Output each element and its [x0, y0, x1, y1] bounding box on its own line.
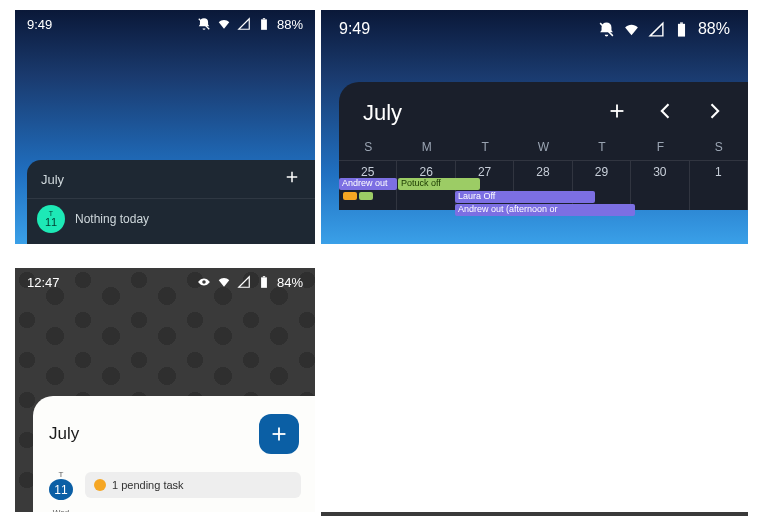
pending-task-pill[interactable]: 1 pending task [85, 472, 301, 498]
date-chip: Wed 12 [37, 243, 65, 244]
nothing-today-text: Nothing today [75, 212, 149, 226]
day-cell[interactable]: 29 [573, 160, 631, 210]
weekday-header: T [456, 136, 514, 160]
eye-icon [197, 275, 211, 289]
panel-dark-agenda: 9:49 88% July T 11 Nothing today Wed [15, 10, 315, 244]
add-event-button[interactable] [283, 168, 301, 190]
month-label: July [363, 100, 402, 126]
agenda-widget-dark[interactable]: July T 11 Nothing today Wed 12 Jordan S … [27, 160, 315, 244]
wifi-icon [217, 17, 231, 31]
today-chip: T 11 [47, 470, 75, 500]
weekday-header: T [573, 136, 631, 160]
plus-icon [606, 100, 628, 122]
weekday-header: S [690, 136, 748, 160]
add-event-button[interactable] [606, 100, 628, 126]
panel-light-agenda: 12:47 84% July T 11 1 pending task [15, 268, 315, 512]
chevron-right-icon [704, 101, 724, 121]
today-chip: T 11 [37, 205, 65, 233]
day-cell[interactable]: 27 [456, 160, 514, 210]
day-cell[interactable]: 1 [690, 160, 748, 210]
day-cell[interactable]: 25 [339, 160, 397, 210]
battery-text: 84% [277, 275, 303, 290]
tomorrow-row[interactable]: Wed 12 Jordan S out (Day 1/8) [27, 237, 315, 244]
battery-icon [257, 17, 271, 31]
prev-button[interactable] [656, 101, 676, 125]
status-clock: 9:49 [339, 20, 370, 38]
dnd-icon [197, 17, 211, 31]
status-clock: 12:47 [27, 275, 60, 290]
wifi-icon [623, 21, 640, 38]
day-cell[interactable]: 26 [397, 160, 455, 210]
status-bar: 12:47 84% [321, 512, 748, 516]
month-label: July [49, 424, 79, 444]
panel-dark-month: 9:49 88% July S M T W T F S [321, 10, 748, 244]
next-button[interactable] [704, 101, 724, 125]
today-row[interactable]: T 11 1 pending task [33, 466, 315, 504]
status-clock: 9:49 [27, 17, 52, 32]
weekday-header: F [631, 136, 689, 160]
signal-icon [237, 275, 251, 289]
month-label: July [41, 172, 64, 187]
battery-icon [673, 21, 690, 38]
chevron-left-icon [656, 101, 676, 121]
pending-task-text: 1 pending task [112, 479, 184, 491]
weekday-header-row: S M T W T F S [339, 136, 748, 160]
task-dot-icon [94, 479, 106, 491]
status-bar: 9:49 88% [321, 10, 748, 48]
add-event-button[interactable] [259, 414, 299, 454]
plus-icon [268, 423, 290, 445]
today-row[interactable]: T 11 Nothing today [27, 199, 315, 237]
month-widget-dark[interactable]: July S M T W T F S 25 26 27 28 29 30 [339, 82, 748, 210]
battery-icon [257, 275, 271, 289]
battery-text: 88% [277, 17, 303, 32]
plus-icon [283, 168, 301, 186]
signal-icon [237, 17, 251, 31]
dnd-icon [598, 21, 615, 38]
day-cell[interactable]: 30 [631, 160, 689, 210]
weekday-header: M [397, 136, 455, 160]
signal-icon [648, 21, 665, 38]
agenda-widget-light[interactable]: July T 11 1 pending task Wed 12 Jordan S… [33, 396, 315, 512]
wifi-icon [217, 275, 231, 289]
weekday-header: S [339, 136, 397, 160]
weekday-header: W [514, 136, 572, 160]
day-cell[interactable]: 28 [514, 160, 572, 210]
panel-light-month: 12:47 84% July M T W T F S [321, 512, 748, 516]
date-chip: Wed 12 [47, 508, 75, 512]
status-bar: 12:47 84% [15, 268, 315, 296]
battery-text: 88% [698, 20, 730, 38]
status-bar: 9:49 88% [15, 10, 315, 38]
tomorrow-row[interactable]: Wed 12 Jordan S out (Day 1/8) [33, 504, 315, 512]
